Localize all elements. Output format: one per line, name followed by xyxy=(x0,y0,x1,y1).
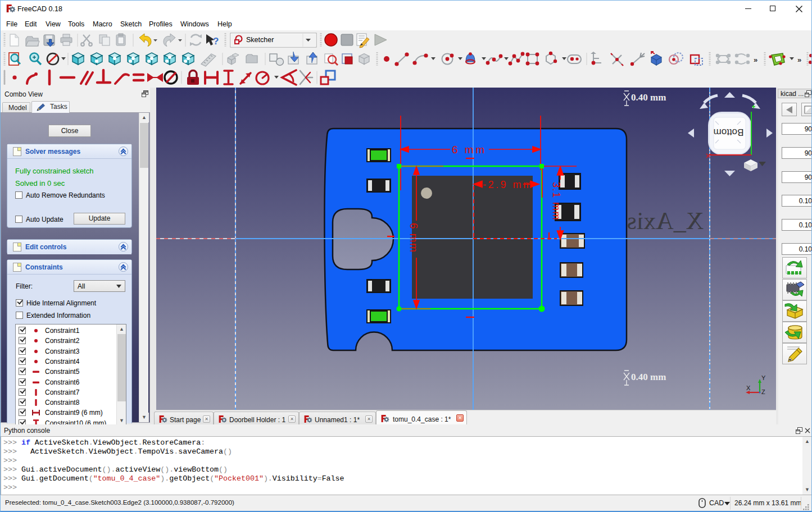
svg-text:?: ? xyxy=(213,36,219,47)
svg-text:»: » xyxy=(754,56,757,64)
svg-text:»: » xyxy=(797,56,801,64)
svg-text:6 mm: 6 mm xyxy=(452,144,487,156)
svg-text:Bottom: Bottom xyxy=(714,127,744,138)
svg-text:X: X xyxy=(746,385,751,391)
svg-text:3.1 mm: 3.1 mm xyxy=(551,182,562,221)
svg-text:0.40 mm: 0.40 mm xyxy=(631,92,666,103)
svg-text:Y: Y xyxy=(761,374,766,381)
svg-text:6 mm: 6 mm xyxy=(408,223,420,253)
svg-text:Z: Z xyxy=(761,388,765,395)
svg-text:-2.9 mm: -2.9 mm xyxy=(483,179,534,190)
svg-text:Sketcher: Sketcher xyxy=(246,36,274,44)
svg-text:0.40 mm: 0.40 mm xyxy=(631,372,666,382)
svg-text:X_Axis: X_Axis xyxy=(627,207,704,235)
